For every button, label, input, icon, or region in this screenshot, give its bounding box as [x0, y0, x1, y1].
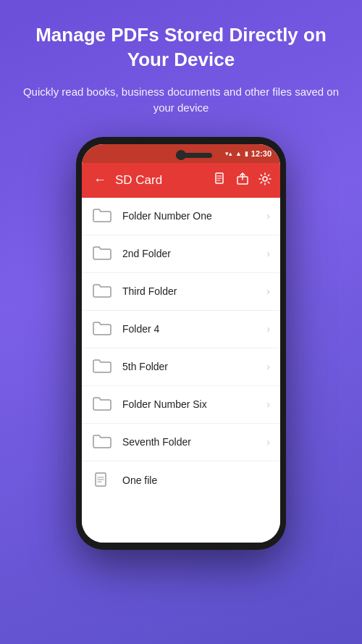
list-item[interactable]: One file [82, 461, 280, 499]
app-bar: ← SD Card [82, 163, 280, 198]
phone-mockup: ▾▴ ▲ ▮ 12:30 ← SD Card [76, 137, 286, 550]
folder-icon [92, 245, 112, 262]
file-name-label: Folder Number One [122, 210, 266, 222]
folder-icon [92, 320, 112, 338]
screen-content: ▾▴ ▲ ▮ 12:30 ← SD Card [82, 144, 280, 543]
settings-icon[interactable] [258, 172, 272, 188]
battery-icon: ▮ [245, 150, 248, 157]
status-time: 12:30 [251, 149, 272, 158]
chevron-right-icon: › [266, 323, 270, 335]
list-item[interactable]: 2nd Folder › [82, 235, 280, 273]
file-icon[interactable] [215, 172, 227, 188]
app-bar-title: SD Card [115, 173, 209, 188]
header-section: Manage PDFs Stored Directly on Your Devi… [0, 0, 362, 124]
chevron-right-icon: › [266, 436, 270, 448]
status-icons: ▾▴ ▲ ▮ 12:30 [225, 149, 272, 158]
file-name-label: Folder 4 [122, 323, 266, 335]
signal-icon: ▲ [235, 150, 242, 157]
file-name-label: Seventh Folder [122, 436, 266, 448]
speaker [176, 153, 212, 158]
list-item[interactable]: Folder Number Six › [82, 386, 280, 424]
list-item[interactable]: Seventh Folder › [82, 424, 280, 461]
folder-icon [92, 396, 112, 413]
chevron-right-icon: › [266, 210, 270, 222]
folder-icon [92, 358, 112, 375]
svg-point-2 [263, 177, 267, 181]
file-name-label: 2nd Folder [122, 248, 266, 259]
wifi-icon: ▾▴ [225, 150, 232, 157]
list-item[interactable]: Folder Number One › [82, 198, 280, 235]
subtitle: Quickly read books, business documents a… [22, 84, 340, 117]
folder-icon [92, 283, 112, 300]
list-item[interactable]: 5th Folder › [82, 348, 280, 386]
app-bar-actions [215, 172, 272, 188]
back-button[interactable]: ← [90, 170, 109, 191]
chevron-right-icon: › [266, 248, 270, 259]
chevron-right-icon: › [266, 361, 270, 372]
file-name-label: 5th Folder [122, 361, 266, 372]
folder-icon [92, 207, 112, 225]
file-name-label: Folder Number Six [122, 398, 266, 410]
phone-body: ▾▴ ▲ ▮ 12:30 ← SD Card [76, 137, 286, 550]
chevron-right-icon: › [266, 285, 270, 297]
list-item[interactable]: Folder 4 › [82, 311, 280, 348]
main-title: Manage PDFs Stored Directly on Your Devi… [22, 23, 340, 72]
chevron-right-icon: › [266, 398, 270, 410]
phone-screen: ▾▴ ▲ ▮ 12:30 ← SD Card [82, 144, 280, 543]
file-list: Folder Number One › 2nd Folder › Third F… [82, 198, 280, 543]
list-item[interactable]: Third Folder › [82, 273, 280, 311]
file-document-icon [92, 472, 112, 489]
file-name-label: Third Folder [122, 285, 266, 297]
share-icon[interactable] [237, 172, 248, 188]
file-name-label: One file [122, 474, 270, 486]
folder-icon [92, 433, 112, 451]
